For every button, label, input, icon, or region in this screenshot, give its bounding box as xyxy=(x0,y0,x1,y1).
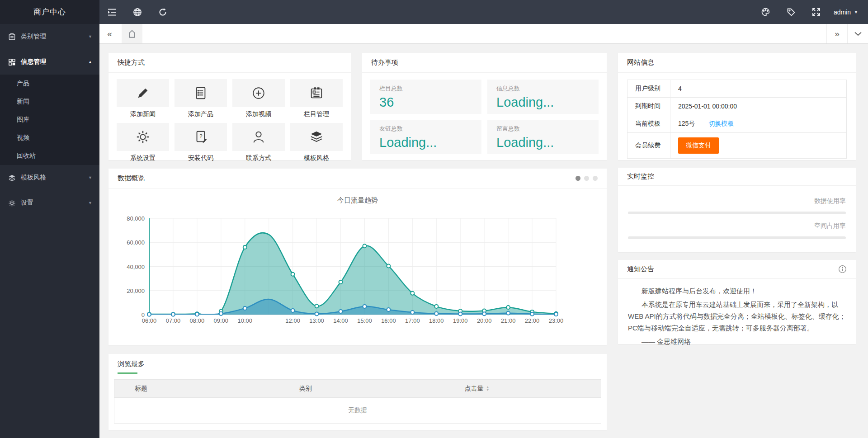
shortcut-add-video[interactable]: 添加视频 xyxy=(232,79,285,118)
globe-icon xyxy=(133,8,142,17)
tabs-menu-button[interactable] xyxy=(847,24,868,43)
carousel-dot[interactable] xyxy=(576,176,580,181)
table-row: 用户级别 4 xyxy=(627,80,846,98)
most-viewed-card: 浏览最多 标题 类别 点击量 ▲▼ 无数据 xyxy=(108,354,607,430)
svg-text:60,000: 60,000 xyxy=(127,239,145,246)
svg-text:20:00: 20:00 xyxy=(477,317,492,324)
theme-button[interactable] xyxy=(753,0,778,24)
shortcut-add-product[interactable]: 添加产品 xyxy=(175,79,227,118)
gear-icon xyxy=(8,199,16,207)
stat-value: Loading... xyxy=(496,95,599,110)
site-info-card: 网站信息 用户级别 4 到期时间 2025-01-01 00:00:00 当前模… xyxy=(618,53,856,160)
window-list-icon xyxy=(309,86,324,100)
stat-columns-total[interactable]: 栏目总数 36 xyxy=(370,80,481,114)
admin-dropdown[interactable]: admin ▼ xyxy=(829,0,868,24)
shortcut-contact[interactable]: 联系方式 xyxy=(232,123,285,162)
shortcut-column-manage[interactable]: 栏目管理 xyxy=(290,79,343,118)
current-template-value: 125号 xyxy=(678,120,695,128)
card-title: 网站信息 xyxy=(618,53,856,73)
shortcut-add-news[interactable]: 添加新闻 xyxy=(117,79,169,118)
app-logo: 商户中心 xyxy=(0,0,99,24)
chevron-up-icon: ▲ xyxy=(88,60,92,64)
data-overview-card: 数据概览 今日流量趋势 020,00040,00060,00080,00006:… xyxy=(108,169,607,345)
svg-text:09:00: 09:00 xyxy=(214,317,229,324)
stat-messages-total[interactable]: 留言总数 Loading... xyxy=(487,120,599,154)
traffic-trend-chart: 020,00040,00060,00080,00006:0007:0008:00… xyxy=(108,205,607,340)
sidebar-item-label: 信息管理 xyxy=(21,58,88,66)
table-row: 到期时间 2025-01-01 00:00:00 xyxy=(627,98,846,115)
stat-value: Loading... xyxy=(496,135,599,150)
carousel-dot[interactable] xyxy=(584,176,589,181)
row-label: 会员续费 xyxy=(627,133,670,158)
svg-text:07:00: 07:00 xyxy=(166,317,181,324)
column-header-clicks: 点击量 xyxy=(465,385,484,393)
tag-button[interactable] xyxy=(778,0,804,24)
chevron-down-icon xyxy=(854,32,862,36)
stat-links-total[interactable]: 友链总数 Loading... xyxy=(370,120,481,154)
svg-text:19:00: 19:00 xyxy=(453,317,468,324)
row-label: 用户级别 xyxy=(627,80,670,97)
svg-text:16:00: 16:00 xyxy=(381,317,396,324)
sidebar-item-video[interactable]: 视频 xyxy=(0,129,99,147)
svg-text:06:00: 06:00 xyxy=(142,317,157,324)
carousel-dots xyxy=(576,176,598,181)
carousel-dot[interactable] xyxy=(593,176,598,181)
code-doc-icon: ? xyxy=(193,130,208,144)
wechat-pay-button[interactable]: 微信支付 xyxy=(678,137,719,154)
card-title: 实时监控 xyxy=(618,168,856,186)
sidebar-item-category[interactable]: 类别管理 ▼ xyxy=(0,24,99,49)
shortcut-label: 添加视频 xyxy=(232,110,285,118)
refresh-button[interactable] xyxy=(150,0,175,24)
collapse-menu-button[interactable] xyxy=(99,0,125,24)
tabs-scroll-left-button[interactable]: « xyxy=(99,24,120,43)
chart-title: 今日流量趋势 xyxy=(108,188,607,205)
sidebar-item-label: 类别管理 xyxy=(21,33,88,41)
svg-text:18:00: 18:00 xyxy=(429,317,444,324)
layers-icon xyxy=(309,130,324,144)
sidebar-item-settings[interactable]: 设置 ▼ xyxy=(0,190,99,216)
sidebar-item-gallery[interactable]: 图库 xyxy=(0,111,99,129)
sidebar-item-info[interactable]: 信息管理 ▲ xyxy=(0,49,99,75)
tabs-scroll-right-button[interactable]: » xyxy=(826,24,847,43)
shortcut-system-settings[interactable]: 系统设置 xyxy=(117,123,169,162)
sidebar-item-product[interactable]: 产品 xyxy=(0,75,99,93)
tab-home[interactable] xyxy=(122,24,142,43)
svg-text:13:00: 13:00 xyxy=(309,317,324,324)
expiry-date-value: 2025-01-01 00:00:00 xyxy=(678,103,737,110)
site-preview-button[interactable] xyxy=(125,0,150,24)
submenu-label: 视频 xyxy=(17,134,29,142)
submenu-label: 新闻 xyxy=(17,98,29,106)
notice-signature: —— 金思维网络 xyxy=(628,336,846,348)
stat-label: 信息总数 xyxy=(496,85,599,93)
card-title: 待办事项 xyxy=(362,53,607,73)
sort-button[interactable]: ▲▼ xyxy=(486,386,490,391)
submenu-label: 图库 xyxy=(17,116,29,124)
svg-text:23:00: 23:00 xyxy=(549,317,564,324)
svg-text:10:00: 10:00 xyxy=(237,317,252,324)
sidebar-item-template[interactable]: 模板风格 ▼ xyxy=(0,165,99,190)
row-label: 到期时间 xyxy=(627,98,670,115)
chevron-down-icon: ▼ xyxy=(854,10,858,14)
sidebar-item-recycle[interactable]: 回收站 xyxy=(0,147,99,165)
shortcut-install-code[interactable]: ? 安装代码 xyxy=(175,123,227,162)
shortcut-template-style[interactable]: 模板风格 xyxy=(290,123,343,162)
fullscreen-button[interactable] xyxy=(804,0,829,24)
top-navbar: admin ▼ xyxy=(99,0,868,24)
column-header-category: 类别 xyxy=(299,385,465,393)
shortcut-label: 栏目管理 xyxy=(290,110,343,118)
sidebar-item-news[interactable]: 新闻 xyxy=(0,93,99,111)
switch-template-link[interactable]: 切换模板 xyxy=(708,120,734,128)
sidebar-submenu: 产品 新闻 图库 视频 回收站 xyxy=(0,75,99,165)
info-icon[interactable] xyxy=(838,265,847,273)
submenu-label: 回收站 xyxy=(17,152,36,160)
notice-paragraph: 新版建站程序与后台发布，欢迎使用！ xyxy=(628,285,846,297)
sidebar-item-label: 模板风格 xyxy=(21,174,88,182)
stat-info-total[interactable]: 信息总数 Loading... xyxy=(487,80,599,114)
submenu-label: 产品 xyxy=(17,80,29,88)
grid-icon xyxy=(8,58,16,66)
notice-card: 通知公告 新版建站程序与后台发布，欢迎使用！ 本系统是在原专用车云建站基础上发展… xyxy=(618,260,856,344)
tab-bar: « » xyxy=(99,24,868,44)
sidebar-item-label: 设置 xyxy=(21,199,88,207)
svg-text:12:00: 12:00 xyxy=(285,317,300,324)
tab-most-viewed[interactable]: 浏览最多 xyxy=(118,360,145,372)
